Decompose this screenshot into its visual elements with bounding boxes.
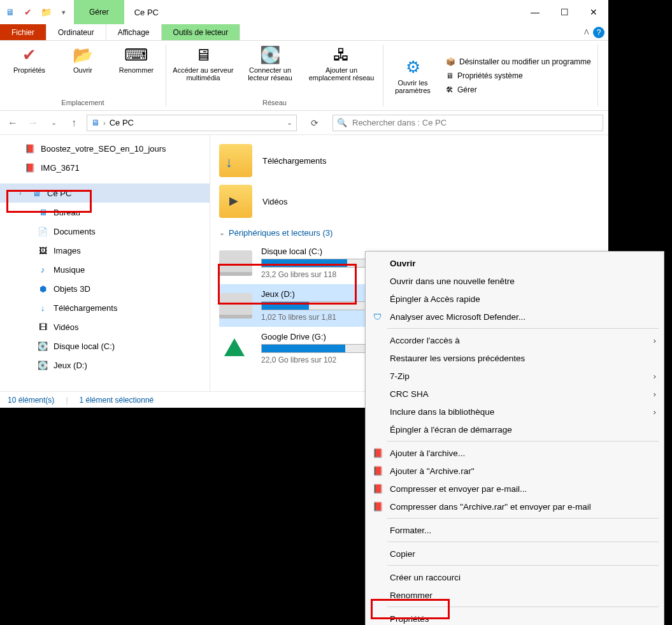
ribbon-open-settings[interactable]: ⚙Ouvrir les paramètres [390,57,436,94]
ribbon-group-location: ✔Propriétés 📂Ouvrir ⌨Renommer Emplacemen… [0,45,166,106]
music-icon: ♪ [37,265,48,275]
tree-item-this-pc[interactable]: ›🖥Ce PC [0,183,210,203]
ribbon-tabs: Fichier Ordinateur Affichage Outils de l… [0,24,608,41]
ribbon-open[interactable]: 📂Ouvrir [60,45,106,74]
system-list: 📦Désinstaller ou modifier un programme 🖥… [446,57,591,94]
ribbon-media-server[interactable]: 🖥Accéder au serveur multimédia [173,45,234,82]
winrar-icon: 📕 [372,501,383,512]
ribbon: ✔Propriétés 📂Ouvrir ⌨Renommer Emplacemen… [0,41,608,111]
tab-view[interactable]: Affichage [106,24,162,40]
tab-file[interactable]: Fichier [0,24,46,40]
tree-item-music[interactable]: ♪Musique [0,260,210,279]
drive-icon: 💽 [37,361,48,370]
tree-item-3d[interactable]: ⬢Objets 3D [0,279,210,298]
ctx-open[interactable]: Ouvrir [366,254,664,272]
recent-dropdown-icon[interactable]: ⌄ [46,119,61,127]
ctx-add-archive[interactable]: 📕Ajouter à l'archive... [366,444,664,462]
folder-small-icon[interactable]: 📁 [38,4,54,20]
qat-dropdown-icon[interactable]: ▾ [56,4,71,20]
ctx-include-library[interactable]: Inclure dans la bibliothèque› [366,403,664,420]
ctx-create-shortcut[interactable]: Créer un raccourci [366,568,664,586]
winrar-icon: 📕 [372,448,383,458]
search-box[interactable]: 🔍 Rechercher dans : Ce PC [332,115,603,131]
ribbon-add-network-loc[interactable]: 🖧Ajouter un emplacement réseau [306,45,376,82]
ribbon-connect-drive[interactable]: 💽Connecter un lecteur réseau [241,45,299,82]
video-icon: 🎞 [37,322,48,332]
pc-icon: 🖥 [446,71,454,80]
manage-contextual-tab[interactable]: Gérer [74,0,124,24]
chevron-right-icon: › [654,336,657,345]
ribbon-manage[interactable]: 🛠Gérer [446,85,591,94]
chevron-right-icon: › [654,371,657,381]
refresh-button[interactable]: ⟳ [302,118,327,128]
pc-small-icon: 🖥 [91,118,99,127]
tab-drive-tools[interactable]: Outils de lecteur [162,24,241,40]
nav-pane[interactable]: 📕Boostez_votre_SEO_en_10_jours 📕IMG_3671… [0,135,210,391]
ctx-crc-sha[interactable]: CRC SHA› [366,385,664,403]
usage-bar [261,344,369,353]
window-title: Ce PC [124,8,520,17]
download-icon: ↓ [37,303,48,313]
highlight-drive-d [218,264,357,305]
ribbon-group-network: 🖥Accéder au serveur multimédia 💽Connecte… [166,45,383,106]
ctx-compress-rar-mail[interactable]: 📕Compresser dans "Archive.rar" et envoye… [366,498,664,515]
item-count: 10 élément(s) [8,396,54,405]
monitor-icon[interactable]: 🖥 [3,4,18,20]
tree-item-desktop[interactable]: 🖥Bureau [0,203,210,222]
ctx-separator [387,328,659,329]
ctx-add-rar[interactable]: 📕Ajouter à "Archive.rar" [366,462,664,480]
google-drive-icon [219,336,252,361]
tree-item-drive-d[interactable]: 💽Jeux (D:) [0,356,210,375]
collapse-ribbon-icon[interactable]: ᐱ [584,28,589,36]
back-button[interactable]: ← [5,117,20,129]
server-icon: 🖥 [195,45,211,65]
ribbon-properties[interactable]: ✔Propriétés [6,45,52,74]
ctx-pin-start[interactable]: Épingler à l'écran de démarrage [366,420,664,438]
titlebar: 🖥 ✔ 📁 ▾ Gérer Ce PC — ☐ ✕ [0,0,608,24]
close-button[interactable]: ✕ [579,0,608,24]
tree-item-images[interactable]: 🖼Images [0,241,210,260]
ctx-defender-scan[interactable]: 🛡Analyser avec Microsoft Defender... [366,308,664,326]
search-placeholder: Rechercher dans : Ce PC [352,118,447,127]
maximize-button[interactable]: ☐ [550,0,579,24]
ctx-open-new-window[interactable]: Ouvrir dans une nouvelle fenêtre [366,272,664,290]
chevron-right-icon[interactable]: › [19,189,25,197]
ribbon-group-system: ⚙Ouvrir les paramètres 📦Désinstaller ou … [383,45,598,106]
ribbon-uninstall[interactable]: 📦Désinstaller ou modifier un programme [446,57,591,66]
check-icon[interactable]: ✔ [20,4,36,20]
address-bar[interactable]: 🖥 › Ce PC ⌄ [87,115,297,131]
ctx-separator [387,518,659,519]
ctx-pin-quick-access[interactable]: Épingler à Accès rapide [366,290,664,308]
help-icon[interactable]: ? [593,27,604,38]
forward-button[interactable]: → [25,117,41,129]
network-drive-icon: 💽 [260,45,280,65]
minimize-button[interactable]: — [520,0,550,24]
pc-icon: 🖥 [31,189,42,198]
tree-item[interactable]: 📕Boostez_votre_SEO_en_10_jours [0,139,210,158]
folder-videos[interactable]: Vidéos [219,181,599,222]
tree-item[interactable]: 📕IMG_3671 [0,158,210,177]
ribbon-rename[interactable]: ⌨Renommer [113,45,159,74]
search-icon: 🔍 [337,118,347,127]
tree-item-downloads[interactable]: ↓Téléchargements [0,298,210,317]
winrar-icon: 📕 [372,484,383,494]
section-devices-drives[interactable]: ⌄Périphériques et lecteurs (3) [219,222,599,241]
ctx-7zip[interactable]: 7-Zip› [366,367,664,385]
ctx-copy[interactable]: Copier [366,545,664,563]
address-dropdown-icon[interactable]: ⌄ [287,119,292,127]
ctx-grant-access[interactable]: Accorder l'accès à› [366,331,664,349]
folder-downloads[interactable]: Téléchargements [219,140,599,181]
winrar-icon: 📕 [372,466,383,476]
chevron-right-icon: › [103,119,106,127]
tree-item-videos[interactable]: 🎞Vidéos [0,317,210,336]
folder-icon [219,144,252,177]
tab-computer[interactable]: Ordinateur [46,24,106,40]
ctx-compress-mail[interactable]: 📕Compresser et envoyer par e-mail... [366,480,664,498]
ctx-format[interactable]: Formater... [366,521,664,539]
tree-item-drive-c[interactable]: 💽Disque local (C:) [0,336,210,356]
up-button[interactable]: ↑ [66,117,82,129]
ribbon-sys-props[interactable]: 🖥Propriétés système [446,71,591,80]
checkmark-icon: ✔ [22,45,36,65]
tree-item-documents[interactable]: 📄Documents [0,222,210,241]
ctx-restore-versions[interactable]: Restaurer les versions précédentes [366,349,664,367]
